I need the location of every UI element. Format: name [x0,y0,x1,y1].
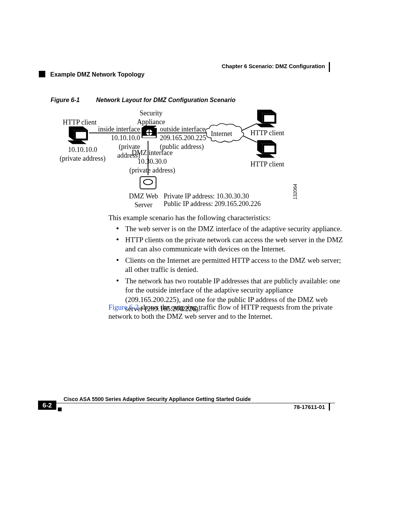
dmz-public-ip: Public IP address: 209.165.200.226 [164,200,261,208]
svg-point-23 [143,179,153,185]
line-segment [89,133,141,133]
bullet-text: HTTP clients on the private network can … [125,235,344,254]
header-rule [329,62,330,72]
doc-number: 78-17611-01 [294,404,325,411]
svg-marker-4 [67,141,86,144]
computer-icon [255,109,277,129]
figure-link[interactable]: Figure 6-2 [108,303,139,311]
security-appliance-label: Security Appliance [134,109,168,126]
bullet-icon: • [116,256,119,264]
section-title: Example DMZ Network Topology [50,71,145,78]
dmz-interface-label: DMZ interface 10.30.30.0 (private addres… [126,149,179,175]
footer-rule [38,403,335,403]
bullet-icon: • [116,224,119,233]
svg-marker-21 [256,154,275,158]
dmz-server-label: DMZ Web Server [126,192,161,209]
server-icon [139,174,157,190]
computer-icon [67,126,89,145]
svg-rect-20 [264,145,274,152]
figure-number: Figure 6-1 [51,96,94,104]
security-appliance-icon [141,125,158,140]
computer-icon [255,139,277,159]
footer-marker [58,407,62,411]
bullet-text: The web server is on the DMZ interface o… [125,224,344,233]
figure-caption: Figure 6-1 Network Layout for DMZ Config… [51,96,347,104]
svg-rect-15 [264,115,274,121]
figure-title: Network Layout for DMZ Configuration Sce… [96,97,235,103]
svg-rect-3 [76,132,86,138]
chapter-header: Chapter 6 Scenario: DMZ Configuration [222,63,325,70]
intro-text: This example scenario has the following … [108,213,344,222]
page-number: 6-2 [38,401,56,410]
footer-title: Cisco ASA 5500 Series Adaptive Security … [64,396,251,403]
bullet-text: Clients on the Internet are permitted HT… [125,256,344,275]
section-marker [39,71,45,77]
figure-image-id: 132064 [292,184,298,200]
follow-paragraph: Figure 6-2 shows the outgoing traffic fl… [108,303,344,321]
svg-marker-16 [256,124,275,128]
svg-rect-11 [142,136,156,138]
http-client-right-label-1: HTTP client [250,129,284,137]
bullet-icon: • [116,276,119,285]
network-diagram: Security Appliance HTTP client 10.10.10.… [49,106,346,205]
bullet-icon: • [116,235,119,244]
follow-text: shows the outgoing traffic flow of HTTP … [108,303,333,320]
internet-label: Internet [211,129,232,138]
footer-vrule [329,403,330,411]
http-client-right-label-2: HTTP client [250,160,284,169]
